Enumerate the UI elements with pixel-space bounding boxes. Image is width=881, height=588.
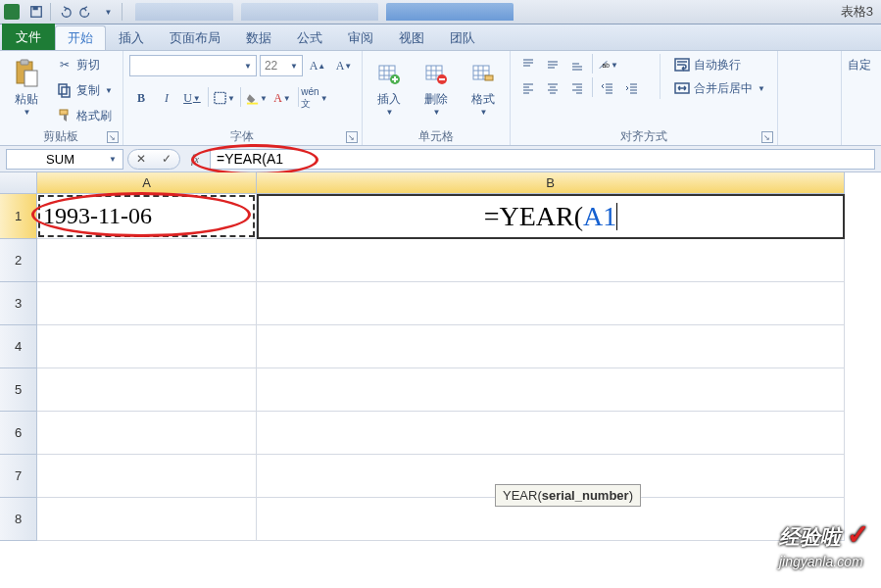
cell-a3[interactable] bbox=[37, 282, 257, 325]
cell-b5[interactable] bbox=[257, 368, 845, 412]
decrease-font-button[interactable]: A▼ bbox=[332, 55, 356, 76]
formula-cancel-button[interactable]: ✕ bbox=[130, 149, 152, 170]
tab-insert[interactable]: 插入 bbox=[106, 25, 157, 50]
separator bbox=[592, 54, 593, 74]
borders-button[interactable]: ▼ bbox=[213, 87, 236, 109]
cell-b4[interactable] bbox=[257, 325, 845, 368]
formula-enter-button[interactable]: ✓ bbox=[156, 149, 177, 170]
row-header-4[interactable]: 4 bbox=[0, 325, 37, 368]
font-color-button[interactable]: A▼ bbox=[270, 87, 294, 109]
group-alignment: ab▼ 自动换行 合并后居中▼ bbox=[511, 51, 778, 145]
merge-icon bbox=[674, 80, 690, 96]
delete-cells-button[interactable]: 删除▼ bbox=[416, 54, 457, 117]
separator bbox=[592, 77, 593, 97]
merge-center-button[interactable]: 合并后居中▼ bbox=[668, 77, 771, 99]
worksheet: A B 1 1993-11-06 =YEAR(A1 2 3 4 5 6 7 8 … bbox=[0, 172, 881, 541]
format-cells-button[interactable]: 格式▼ bbox=[463, 54, 504, 117]
group-label-font: 字体 bbox=[230, 128, 254, 145]
align-top-button[interactable] bbox=[516, 54, 540, 75]
qat-redo-button[interactable] bbox=[76, 2, 96, 22]
cut-button[interactable]: ✂ 剪切 bbox=[53, 54, 117, 75]
tab-team[interactable]: 团队 bbox=[437, 25, 488, 50]
cell-b6[interactable] bbox=[257, 412, 845, 455]
bold-button[interactable]: B bbox=[129, 87, 153, 109]
paste-button[interactable]: 粘贴 ▼ bbox=[6, 54, 47, 117]
fill-color-button[interactable]: ▼ bbox=[245, 87, 269, 109]
insert-cells-button[interactable]: 插入▼ bbox=[368, 54, 410, 117]
paste-icon bbox=[11, 58, 42, 89]
row-header-8[interactable]: 8 bbox=[0, 498, 37, 541]
tab-data[interactable]: 数据 bbox=[233, 25, 284, 50]
row-header-5[interactable]: 5 bbox=[0, 368, 37, 412]
svg-rect-7 bbox=[60, 110, 68, 115]
group-label-cells: 单元格 bbox=[368, 127, 504, 145]
decrease-indent-button[interactable] bbox=[596, 77, 619, 99]
separator bbox=[208, 87, 209, 107]
row-3: 3 bbox=[0, 282, 881, 325]
alignment-launcher[interactable]: ↘ bbox=[761, 131, 773, 143]
tab-file[interactable]: 文件 bbox=[2, 24, 55, 50]
format-painter-button[interactable]: 格式刷 bbox=[53, 105, 117, 126]
tab-page-layout[interactable]: 页面布局 bbox=[157, 25, 233, 50]
copy-button[interactable]: 复制▼ bbox=[53, 79, 117, 101]
qat-save-button[interactable] bbox=[26, 2, 46, 22]
cell-a8[interactable] bbox=[37, 498, 257, 541]
chevron-down-icon: ▼ bbox=[385, 108, 393, 117]
clipboard-launcher[interactable]: ↘ bbox=[107, 131, 119, 143]
align-left-button[interactable] bbox=[516, 77, 540, 99]
qat-customize-dropdown[interactable]: ▼ bbox=[98, 2, 118, 22]
row-header-6[interactable]: 6 bbox=[0, 412, 37, 455]
underline-button[interactable]: U▼ bbox=[180, 87, 204, 109]
column-header-b[interactable]: B bbox=[257, 172, 845, 194]
font-launcher[interactable]: ↘ bbox=[346, 131, 358, 143]
align-right-button[interactable] bbox=[565, 77, 589, 99]
tab-review[interactable]: 审阅 bbox=[335, 25, 386, 50]
italic-button[interactable]: I bbox=[155, 87, 178, 109]
cell-b2[interactable] bbox=[257, 239, 845, 282]
tab-formulas[interactable]: 公式 bbox=[284, 25, 335, 50]
checkmark-icon: ✓ bbox=[847, 519, 869, 550]
cell-a4[interactable] bbox=[37, 325, 257, 368]
phonetic-guide-button[interactable]: wén文▼ bbox=[303, 87, 326, 109]
ribbon-tabs: 文件 开始 插入 页面布局 数据 公式 审阅 视图 团队 bbox=[0, 24, 881, 51]
align-center-button[interactable] bbox=[541, 77, 564, 99]
tab-home[interactable]: 开始 bbox=[55, 25, 106, 50]
cell-a7[interactable] bbox=[37, 455, 257, 498]
formula-input[interactable]: =YEAR(A1 bbox=[210, 149, 875, 170]
font-size-combo[interactable]: 22▼ bbox=[260, 55, 303, 76]
wrap-text-icon bbox=[674, 57, 690, 73]
insert-function-button[interactable]: fx bbox=[184, 149, 206, 170]
increase-font-button[interactable]: A▲ bbox=[306, 55, 329, 76]
tab-view[interactable]: 视图 bbox=[386, 25, 437, 50]
increase-indent-button[interactable] bbox=[620, 77, 644, 99]
column-header-a[interactable]: A bbox=[37, 172, 257, 194]
qat-undo-button[interactable] bbox=[55, 2, 74, 22]
row-2: 2 bbox=[0, 239, 881, 282]
orientation-button[interactable]: ab▼ bbox=[596, 54, 619, 75]
font-name-combo[interactable]: ▼ bbox=[129, 55, 257, 76]
align-bottom-button[interactable] bbox=[565, 54, 589, 75]
cell-a1[interactable]: 1993-11-06 bbox=[37, 194, 257, 239]
wrap-text-button[interactable]: 自动换行 bbox=[668, 54, 771, 75]
copy-icon bbox=[57, 82, 73, 98]
brush-icon bbox=[57, 108, 73, 123]
format-cells-icon bbox=[467, 58, 499, 89]
ribbon-end-label: 自定 bbox=[841, 51, 877, 145]
background-window-tabs bbox=[135, 3, 514, 21]
cell-a6[interactable] bbox=[37, 412, 257, 455]
group-font: ▼ 22▼ A▲ A▼ B I U▼ ▼ ▼ A▼ wén文▼ 字体↘ bbox=[123, 51, 363, 145]
cell-a5[interactable] bbox=[37, 368, 257, 412]
align-middle-button[interactable] bbox=[541, 54, 564, 75]
row-header-1[interactable]: 1 bbox=[0, 194, 37, 239]
window-title: 表格3 bbox=[841, 3, 877, 21]
row-header-2[interactable]: 2 bbox=[0, 239, 37, 282]
qat-separator bbox=[50, 3, 51, 21]
select-all-corner[interactable] bbox=[0, 172, 37, 194]
cell-a2[interactable] bbox=[37, 239, 257, 282]
cell-b3[interactable] bbox=[257, 282, 845, 325]
group-label-alignment: 对齐方式 bbox=[620, 128, 667, 145]
cell-b1[interactable]: =YEAR(A1 bbox=[257, 194, 845, 239]
name-box[interactable]: SUM ▼ bbox=[6, 149, 123, 170]
row-header-7[interactable]: 7 bbox=[0, 455, 37, 498]
row-header-3[interactable]: 3 bbox=[0, 282, 37, 325]
